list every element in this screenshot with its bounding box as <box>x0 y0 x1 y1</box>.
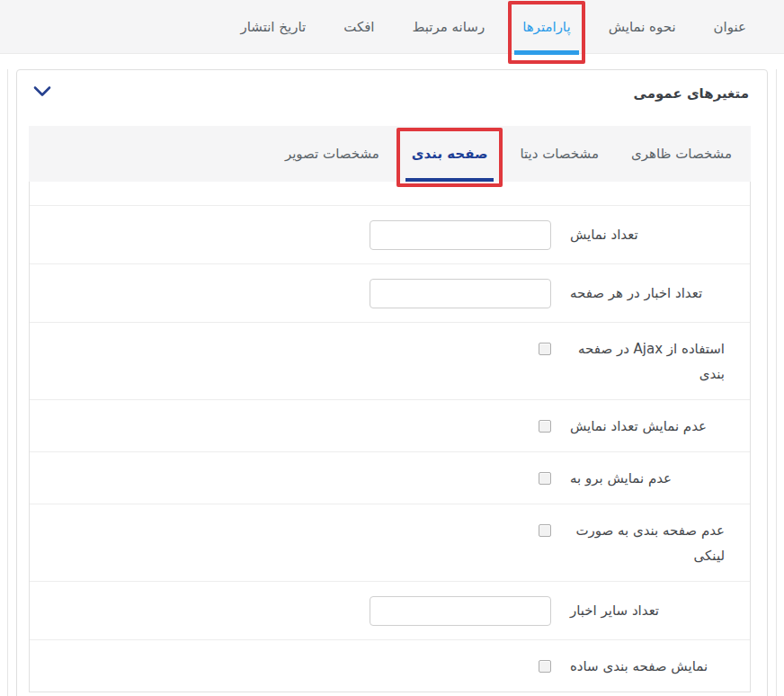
tab-parameters[interactable]: پارامترها <box>508 0 584 54</box>
row-hide-goto: عدم نمایش برو به <box>30 452 750 504</box>
hide-goto-checkbox[interactable] <box>539 472 551 485</box>
control-cell <box>30 654 551 673</box>
empty-row <box>30 182 750 206</box>
subtab-pagination[interactable]: صفحه بندی <box>398 126 502 182</box>
control-cell <box>30 596 551 626</box>
sub-tabs: مشخصات ظاهری مشخصات دیتا صفحه بندی مشخصا… <box>29 126 751 182</box>
tab-parameters-label: پارامترها <box>522 19 570 35</box>
news-per-page-label: تعداد اخبار در هر صفحه <box>570 281 702 306</box>
tab-related-media[interactable]: رسانه مرتبط <box>398 0 500 54</box>
control-cell <box>30 466 551 485</box>
control-cell <box>30 414 551 433</box>
news-per-page-input[interactable] <box>370 279 551 308</box>
row-ajax-pagination: استفاده از Ajax در صفحه بندی <box>30 323 750 400</box>
active-tab-underline <box>514 50 578 55</box>
tab-display-mode[interactable]: نحوه نمایش <box>594 0 690 54</box>
top-tabs: عنوان نحوه نمایش پارامترها رسانه مرتبط ا… <box>0 0 784 54</box>
collapse-button[interactable] <box>31 84 53 99</box>
section-title: متغیرهای عمومی <box>633 84 749 102</box>
display-count-label: تعداد نمایش <box>570 222 638 247</box>
top-tab-bar: عنوان نحوه نمایش پارامترها رسانه مرتبط ا… <box>0 0 784 54</box>
card-header: متغیرهای عمومی <box>17 70 767 126</box>
active-subtab-underline <box>405 178 494 182</box>
row-hide-display-count: عدم نمایش تعداد نمایش <box>30 400 750 452</box>
no-link-pagination-checkbox[interactable] <box>539 524 551 537</box>
subtab-image[interactable]: مشخصات تصویر <box>272 126 393 182</box>
row-no-link-pagination: عدم صفحه بندی به صورت لینکی <box>30 504 750 582</box>
hide-display-count-checkbox[interactable] <box>539 420 551 433</box>
row-display-count: تعداد نمایش <box>30 206 750 264</box>
control-cell <box>30 336 551 355</box>
control-cell <box>30 279 551 308</box>
subtab-data[interactable]: مشخصات دیتا <box>506 126 612 182</box>
display-count-input[interactable] <box>370 220 551 250</box>
content-frame: متغیرهای عمومی مشخصات ظاهری مشخصات دیتا … <box>7 69 777 696</box>
row-simple-pagination: نمایش صفحه بندی ساده <box>30 640 750 692</box>
pagination-form-panel: تعداد نمایش تعداد اخبار در هر صفحه استفا… <box>29 182 751 692</box>
chevron-down-icon <box>33 86 51 100</box>
control-cell <box>30 220 551 250</box>
simple-pagination-checkbox[interactable] <box>539 660 551 673</box>
control-cell <box>30 518 551 537</box>
hide-display-count-label: عدم نمایش تعداد نمایش <box>570 414 707 439</box>
tab-title[interactable]: عنوان <box>699 0 761 54</box>
row-other-news-count: تعداد سایر اخبار <box>30 582 750 640</box>
tab-publish-date[interactable]: تاریخ انتشار <box>226 0 320 54</box>
other-news-count-label: تعداد سایر اخبار <box>570 598 659 623</box>
no-link-pagination-label: عدم صفحه بندی به صورت لینکی <box>570 518 725 568</box>
general-variables-card: متغیرهای عمومی مشخصات ظاهری مشخصات دیتا … <box>16 69 768 696</box>
subtab-pagination-label: صفحه بندی <box>412 146 488 162</box>
subtab-appearance[interactable]: مشخصات ظاهری <box>618 126 745 182</box>
row-news-per-page: تعداد اخبار در هر صفحه <box>30 264 750 323</box>
ajax-pagination-checkbox[interactable] <box>539 343 551 355</box>
other-news-count-input[interactable] <box>370 596 551 626</box>
hide-goto-label: عدم نمایش برو به <box>570 466 672 491</box>
simple-pagination-label: نمایش صفحه بندی ساده <box>570 654 708 679</box>
tab-effect[interactable]: افکت <box>329 0 388 54</box>
ajax-pagination-label: استفاده از Ajax در صفحه بندی <box>570 336 725 387</box>
